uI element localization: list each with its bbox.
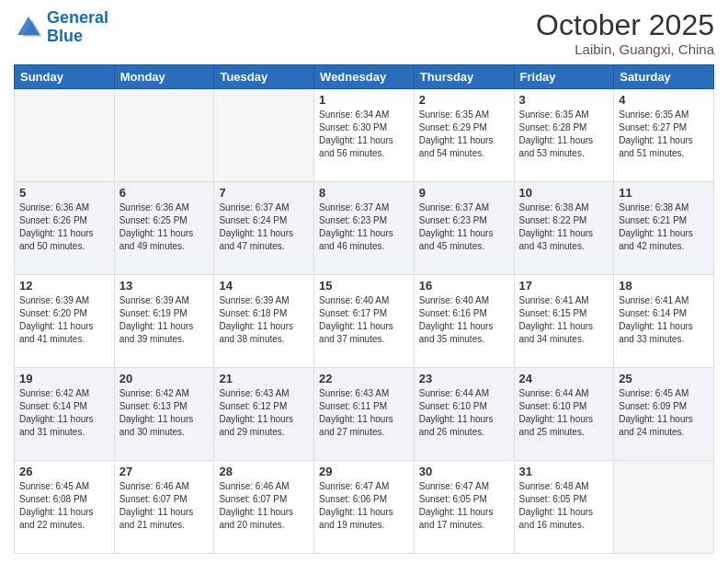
calendar-day-19: 19Sunrise: 6:42 AM Sunset: 6:14 PM Dayli… [15, 368, 115, 461]
day-number: 8 [319, 186, 409, 200]
day-info: Sunrise: 6:37 AM Sunset: 6:23 PM Dayligh… [419, 201, 509, 253]
calendar-day-12: 12Sunrise: 6:39 AM Sunset: 6:20 PM Dayli… [15, 275, 115, 368]
calendar-day-18: 18Sunrise: 6:41 AM Sunset: 6:14 PM Dayli… [614, 275, 714, 368]
day-number: 31 [519, 465, 609, 478]
calendar-header-row: SundayMondayTuesdayWednesdayThursdayFrid… [15, 65, 714, 89]
day-number: 29 [319, 465, 409, 478]
calendar-week-row: 12Sunrise: 6:39 AM Sunset: 6:20 PM Dayli… [15, 275, 714, 368]
calendar-week-row: 5Sunrise: 6:36 AM Sunset: 6:26 PM Daylig… [15, 182, 714, 275]
day-number: 4 [619, 93, 709, 107]
day-header-friday: Friday [514, 65, 614, 89]
day-info: Sunrise: 6:45 AM Sunset: 6:09 PM Dayligh… [619, 387, 709, 439]
page: General Blue October 2025 Laibin, Guangx… [0, 0, 728, 563]
day-number: 12 [19, 279, 109, 293]
day-number: 6 [119, 186, 210, 200]
logo-general: General [47, 8, 108, 27]
day-number: 27 [119, 465, 210, 478]
calendar-day-empty [15, 89, 115, 182]
logo-text: General Blue [47, 9, 108, 46]
day-number: 9 [419, 186, 509, 200]
calendar-day-22: 22Sunrise: 6:43 AM Sunset: 6:11 PM Dayli… [314, 368, 415, 461]
day-info: Sunrise: 6:40 AM Sunset: 6:16 PM Dayligh… [419, 294, 509, 346]
calendar-day-28: 28Sunrise: 6:46 AM Sunset: 6:07 PM Dayli… [214, 461, 314, 554]
day-info: Sunrise: 6:48 AM Sunset: 6:05 PM Dayligh… [519, 480, 609, 532]
calendar-day-7: 7Sunrise: 6:37 AM Sunset: 6:24 PM Daylig… [214, 182, 314, 275]
calendar-week-row: 1Sunrise: 6:34 AM Sunset: 6:30 PM Daylig… [15, 89, 714, 182]
day-info: Sunrise: 6:43 AM Sunset: 6:11 PM Dayligh… [319, 387, 409, 439]
day-info: Sunrise: 6:36 AM Sunset: 6:26 PM Dayligh… [19, 201, 109, 253]
day-number: 7 [219, 186, 309, 200]
day-number: 14 [219, 279, 309, 293]
day-number: 2 [419, 93, 509, 107]
day-info: Sunrise: 6:37 AM Sunset: 6:23 PM Dayligh… [319, 201, 409, 253]
day-info: Sunrise: 6:36 AM Sunset: 6:25 PM Dayligh… [119, 201, 210, 253]
day-number: 15 [319, 279, 409, 293]
day-number: 3 [519, 93, 609, 107]
calendar-day-29: 29Sunrise: 6:47 AM Sunset: 6:06 PM Dayli… [314, 461, 415, 554]
calendar-day-31: 31Sunrise: 6:48 AM Sunset: 6:05 PM Dayli… [514, 461, 614, 554]
day-info: Sunrise: 6:47 AM Sunset: 6:05 PM Dayligh… [419, 480, 509, 532]
day-info: Sunrise: 6:39 AM Sunset: 6:18 PM Dayligh… [219, 294, 309, 346]
calendar-day-23: 23Sunrise: 6:44 AM Sunset: 6:10 PM Dayli… [414, 368, 514, 461]
day-info: Sunrise: 6:46 AM Sunset: 6:07 PM Dayligh… [119, 480, 210, 532]
header: General Blue October 2025 Laibin, Guangx… [14, 9, 714, 57]
day-info: Sunrise: 6:44 AM Sunset: 6:10 PM Dayligh… [519, 387, 609, 439]
day-header-sunday: Sunday [15, 65, 115, 89]
calendar-day-24: 24Sunrise: 6:44 AM Sunset: 6:10 PM Dayli… [514, 368, 614, 461]
day-info: Sunrise: 6:42 AM Sunset: 6:13 PM Dayligh… [119, 387, 210, 439]
calendar-day-6: 6Sunrise: 6:36 AM Sunset: 6:25 PM Daylig… [114, 182, 214, 275]
calendar-day-26: 26Sunrise: 6:45 AM Sunset: 6:08 PM Dayli… [15, 461, 115, 554]
day-number: 5 [19, 186, 109, 200]
day-number: 11 [619, 186, 709, 200]
calendar-week-row: 26Sunrise: 6:45 AM Sunset: 6:08 PM Dayli… [15, 461, 714, 554]
day-info: Sunrise: 6:41 AM Sunset: 6:14 PM Dayligh… [619, 294, 709, 346]
day-info: Sunrise: 6:39 AM Sunset: 6:20 PM Dayligh… [19, 294, 109, 346]
day-info: Sunrise: 6:39 AM Sunset: 6:19 PM Dayligh… [119, 294, 210, 346]
day-info: Sunrise: 6:45 AM Sunset: 6:08 PM Dayligh… [19, 480, 109, 532]
calendar-day-16: 16Sunrise: 6:40 AM Sunset: 6:16 PM Dayli… [414, 275, 514, 368]
day-info: Sunrise: 6:41 AM Sunset: 6:15 PM Dayligh… [519, 294, 609, 346]
day-number: 10 [519, 186, 609, 200]
calendar-day-27: 27Sunrise: 6:46 AM Sunset: 6:07 PM Dayli… [114, 461, 214, 554]
day-number: 22 [319, 372, 409, 385]
day-info: Sunrise: 6:37 AM Sunset: 6:24 PM Dayligh… [219, 201, 309, 253]
calendar-day-11: 11Sunrise: 6:38 AM Sunset: 6:21 PM Dayli… [614, 182, 714, 275]
calendar-day-empty [614, 461, 714, 554]
day-number: 24 [519, 372, 609, 385]
day-header-saturday: Saturday [614, 65, 714, 89]
calendar-day-21: 21Sunrise: 6:43 AM Sunset: 6:12 PM Dayli… [214, 368, 314, 461]
day-info: Sunrise: 6:35 AM Sunset: 6:27 PM Dayligh… [619, 109, 709, 160]
day-header-wednesday: Wednesday [314, 65, 415, 89]
day-info: Sunrise: 6:40 AM Sunset: 6:17 PM Dayligh… [319, 294, 409, 346]
day-number: 16 [419, 279, 509, 293]
day-info: Sunrise: 6:34 AM Sunset: 6:30 PM Dayligh… [319, 109, 409, 160]
day-info: Sunrise: 6:44 AM Sunset: 6:10 PM Dayligh… [419, 387, 509, 439]
logo-blue: Blue [47, 27, 83, 45]
day-info: Sunrise: 6:38 AM Sunset: 6:22 PM Dayligh… [519, 201, 609, 253]
logo-icon [14, 13, 43, 42]
calendar-table: SundayMondayTuesdayWednesdayThursdayFrid… [14, 64, 714, 554]
day-number: 25 [619, 372, 709, 385]
day-number: 19 [19, 372, 109, 385]
calendar-day-13: 13Sunrise: 6:39 AM Sunset: 6:19 PM Dayli… [114, 275, 214, 368]
day-number: 23 [419, 372, 509, 385]
day-header-tuesday: Tuesday [214, 65, 314, 89]
calendar-day-15: 15Sunrise: 6:40 AM Sunset: 6:17 PM Dayli… [314, 275, 415, 368]
day-number: 1 [319, 93, 409, 107]
calendar-day-4: 4Sunrise: 6:35 AM Sunset: 6:27 PM Daylig… [614, 89, 714, 182]
day-info: Sunrise: 6:35 AM Sunset: 6:28 PM Dayligh… [519, 109, 609, 160]
day-number: 13 [119, 279, 210, 293]
day-info: Sunrise: 6:42 AM Sunset: 6:14 PM Dayligh… [19, 387, 109, 439]
calendar-day-3: 3Sunrise: 6:35 AM Sunset: 6:28 PM Daylig… [514, 89, 614, 182]
day-number: 30 [419, 465, 509, 478]
day-number: 18 [619, 279, 709, 293]
day-number: 21 [219, 372, 309, 385]
calendar-day-1: 1Sunrise: 6:34 AM Sunset: 6:30 PM Daylig… [314, 89, 415, 182]
calendar-day-20: 20Sunrise: 6:42 AM Sunset: 6:13 PM Dayli… [114, 368, 214, 461]
day-info: Sunrise: 6:43 AM Sunset: 6:12 PM Dayligh… [219, 387, 309, 439]
day-info: Sunrise: 6:47 AM Sunset: 6:06 PM Dayligh… [319, 480, 409, 532]
calendar-day-17: 17Sunrise: 6:41 AM Sunset: 6:15 PM Dayli… [514, 275, 614, 368]
month-title: October 2025 [536, 9, 714, 41]
day-number: 28 [219, 465, 309, 478]
calendar-day-30: 30Sunrise: 6:47 AM Sunset: 6:05 PM Dayli… [414, 461, 514, 554]
